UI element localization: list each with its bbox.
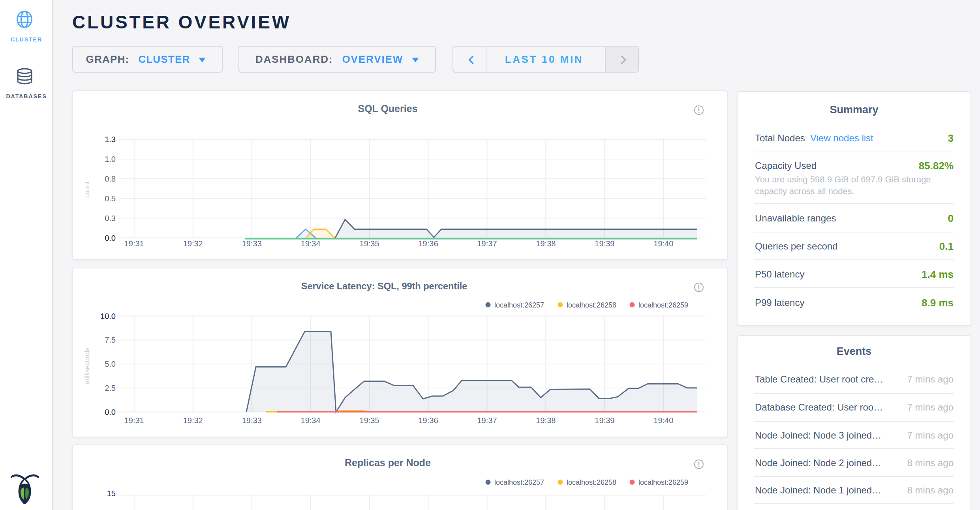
svg-text:localhost:26259: localhost:26259 xyxy=(638,478,688,486)
svg-text:1.3: 1.3 xyxy=(105,135,116,144)
svg-text:0.3: 0.3 xyxy=(105,214,116,223)
svg-text:19:36: 19:36 xyxy=(418,416,438,425)
svg-text:19:37: 19:37 xyxy=(477,416,497,425)
svg-text:19:31: 19:31 xyxy=(124,416,144,425)
svg-text:19:34: 19:34 xyxy=(301,239,321,248)
svg-text:19:32: 19:32 xyxy=(183,239,203,248)
svg-text:0.8: 0.8 xyxy=(105,174,116,183)
svg-text:0.0: 0.0 xyxy=(105,408,116,416)
svg-text:19:39: 19:39 xyxy=(595,239,614,248)
svg-text:19:33: 19:33 xyxy=(242,239,262,248)
svg-text:5.0: 5.0 xyxy=(105,360,116,368)
svg-text:count: count xyxy=(83,181,91,198)
svg-text:localhost:26257: localhost:26257 xyxy=(494,478,544,486)
svg-text:Replicas per Node: Replicas per Node xyxy=(345,457,431,468)
svg-text:localhost:26258: localhost:26258 xyxy=(567,301,616,309)
svg-text:19:33: 19:33 xyxy=(242,416,262,425)
svg-text:19:35: 19:35 xyxy=(360,239,379,248)
svg-text:1.0: 1.0 xyxy=(105,155,116,163)
svg-text:Service Latency: SQL, 99th per: Service Latency: SQL, 99th percentile xyxy=(301,281,467,291)
svg-text:milliseconds: milliseconds xyxy=(83,347,91,384)
svg-text:localhost:26257: localhost:26257 xyxy=(494,301,544,309)
svg-text:19:37: 19:37 xyxy=(477,239,497,248)
svg-text:localhost:26259: localhost:26259 xyxy=(638,301,688,309)
svg-text:19:38: 19:38 xyxy=(536,416,556,425)
svg-text:0.0: 0.0 xyxy=(105,234,116,242)
svg-text:localhost:26258: localhost:26258 xyxy=(567,478,616,486)
svg-text:19:32: 19:32 xyxy=(183,416,203,425)
svg-text:0.5: 0.5 xyxy=(105,194,116,203)
svg-text:7.5: 7.5 xyxy=(105,336,116,344)
svg-text:2.5: 2.5 xyxy=(105,384,116,392)
svg-text:19:35: 19:35 xyxy=(360,416,379,425)
svg-text:SQL Queries: SQL Queries xyxy=(358,103,418,114)
svg-text:19:34: 19:34 xyxy=(301,416,321,425)
svg-text:19:36: 19:36 xyxy=(418,239,438,248)
svg-text:19:39: 19:39 xyxy=(595,416,614,425)
svg-text:19:40: 19:40 xyxy=(653,416,673,425)
svg-text:19:38: 19:38 xyxy=(536,239,556,248)
svg-text:15: 15 xyxy=(107,489,116,498)
svg-text:19:31: 19:31 xyxy=(124,239,144,248)
svg-text:19:40: 19:40 xyxy=(653,239,673,248)
svg-text:10.0: 10.0 xyxy=(100,312,116,321)
